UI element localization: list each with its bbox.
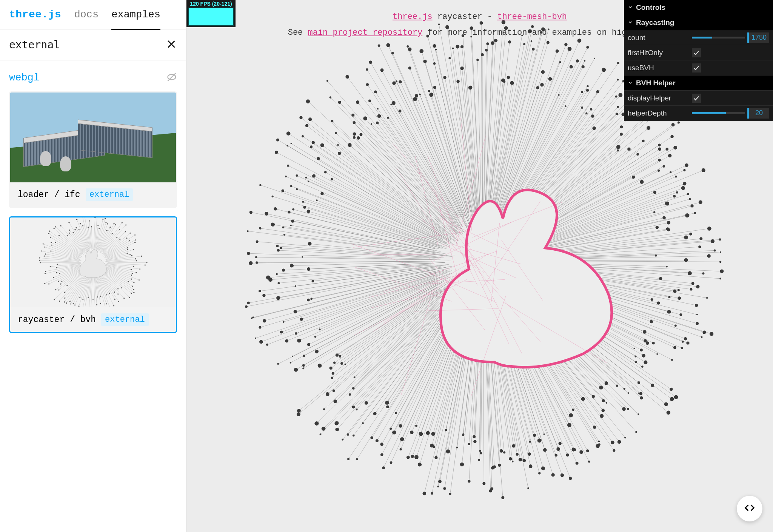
view-source-button[interactable] (737, 496, 762, 521)
svg-point-1275 (719, 238, 721, 241)
svg-point-231 (106, 230, 107, 231)
chevron-down-icon (628, 3, 633, 12)
svg-point-935 (446, 449, 450, 453)
link-threejs[interactable]: three.js (393, 12, 433, 22)
svg-point-1164 (486, 42, 489, 45)
slider-track[interactable] (692, 112, 745, 114)
svg-point-847 (635, 361, 637, 364)
svg-point-962 (395, 412, 397, 414)
svg-point-1017 (255, 338, 256, 339)
svg-point-1067 (259, 184, 261, 186)
svg-point-932 (449, 493, 451, 495)
svg-line-464 (335, 289, 453, 401)
svg-point-1044 (302, 256, 303, 258)
svg-point-1206 (581, 106, 583, 109)
svg-point-870 (624, 437, 626, 439)
nav-examples[interactable]: examples (111, 9, 160, 30)
svg-point-818 (695, 304, 698, 307)
svg-point-151 (45, 253, 46, 254)
svg-point-1195 (558, 94, 559, 96)
fps-label: 120 FPS (20-121) (188, 1, 234, 7)
svg-point-900 (533, 433, 536, 437)
svg-point-137 (56, 267, 57, 268)
svg-point-901 (541, 466, 545, 470)
nav-docs[interactable]: docs (74, 9, 99, 20)
svg-point-1252 (702, 168, 705, 172)
svg-point-1109 (363, 116, 367, 120)
gui-folder-header[interactable]: Raycasting (624, 15, 773, 30)
svg-point-1240 (665, 148, 668, 151)
svg-point-105 (59, 301, 60, 302)
sidebar-header: three.js docs examples (0, 0, 186, 29)
svg-point-1016 (280, 331, 283, 334)
section-title[interactable]: webgl (9, 72, 40, 83)
svg-point-825 (710, 332, 713, 336)
svg-point-197 (76, 219, 77, 220)
svg-point-1266 (685, 213, 689, 217)
svg-point-271 (126, 253, 128, 254)
svg-point-861 (605, 381, 608, 385)
svg-point-926 (473, 435, 476, 438)
svg-point-820 (657, 301, 660, 304)
svg-point-65 (100, 303, 101, 304)
svg-point-874 (581, 397, 585, 401)
svg-point-822 (679, 313, 682, 316)
svg-line-673 (502, 41, 579, 216)
svg-point-1137 (408, 48, 412, 51)
slider-track[interactable] (692, 37, 745, 39)
svg-point-39 (117, 288, 119, 289)
svg-line-797 (415, 156, 438, 245)
slider-value[interactable]: 1750 (747, 32, 769, 43)
svg-point-23 (133, 282, 134, 283)
svg-point-1065 (272, 196, 274, 197)
svg-point-885 (567, 423, 571, 427)
svg-line-510 (264, 267, 442, 296)
svg-point-950 (407, 456, 410, 459)
stats-panel[interactable]: 120 FPS (20-121) (186, 0, 236, 27)
svg-point-862 (637, 413, 639, 415)
svg-point-1059 (265, 212, 268, 216)
svg-point-249 (125, 231, 126, 232)
search-input[interactable] (9, 39, 166, 51)
example-card-bvh[interactable]: raycaster / bvh external (9, 216, 177, 333)
svg-point-1047 (280, 247, 282, 249)
svg-point-1200 (565, 105, 567, 107)
svg-point-1106 (338, 101, 341, 104)
svg-line-592 (377, 123, 457, 226)
link-meshbvh[interactable]: three-mesh-bvh (497, 12, 567, 22)
svg-point-1000 (302, 367, 304, 369)
example-card-ifc[interactable]: loader / ifc external (9, 91, 177, 208)
svg-point-1127 (378, 44, 380, 47)
gui-title-row[interactable]: Controls (624, 0, 773, 15)
svg-point-117 (60, 284, 61, 285)
checkbox[interactable] (692, 63, 701, 72)
svg-point-995 (330, 367, 333, 370)
svg-point-884 (588, 461, 590, 463)
svg-line-530 (310, 244, 434, 256)
svg-point-35 (121, 287, 122, 288)
svg-point-121 (58, 281, 59, 282)
svg-point-1080 (331, 178, 333, 180)
svg-point-908 (519, 458, 522, 461)
svg-point-902 (538, 472, 540, 474)
svg-point-898 (543, 448, 547, 452)
link-repo[interactable]: main project repository (308, 28, 423, 37)
svg-point-811 (696, 285, 699, 288)
slider-value[interactable]: 20 (747, 108, 769, 119)
clear-icon[interactable] (166, 39, 177, 51)
checkbox[interactable] (692, 94, 701, 103)
preview-toggle-icon[interactable] (166, 72, 177, 84)
checkbox[interactable] (692, 48, 701, 57)
svg-point-989 (297, 412, 300, 416)
svg-point-1278 (714, 249, 716, 251)
svg-point-1078 (312, 174, 316, 178)
svg-point-263 (134, 242, 136, 243)
svg-point-5 (145, 264, 146, 265)
brand-logo[interactable]: three.js (9, 9, 61, 20)
svg-point-99 (66, 302, 67, 304)
gui-folder-header[interactable]: BVH Helper (624, 76, 773, 91)
svg-point-806 (702, 272, 704, 274)
svg-point-976 (335, 428, 339, 432)
svg-point-1263 (690, 204, 693, 207)
svg-point-27 (132, 285, 133, 287)
